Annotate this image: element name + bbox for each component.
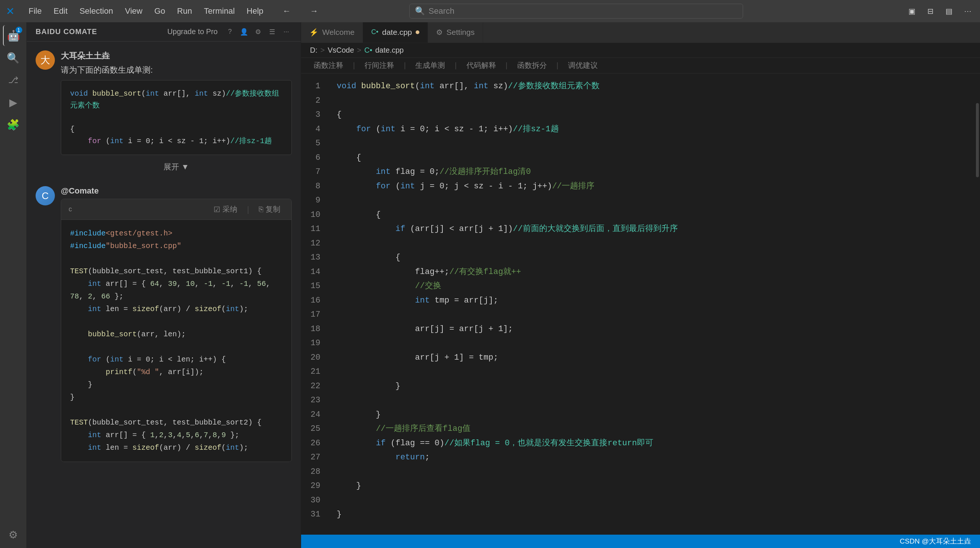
- user-prompt-text: 请为下面的函数生成单测:: [61, 65, 292, 76]
- editor-toolbar: 函数注释 | 行间注释 | 生成单测 | 代码解释 | 函数拆分 | 调优建议: [301, 58, 980, 73]
- tab-settings-label: Settings: [446, 28, 475, 37]
- generate-test-btn[interactable]: 生成单测: [412, 59, 449, 71]
- line-16: int tmp = arr[j];: [337, 294, 966, 308]
- run-activity-icon: ▶: [9, 96, 18, 109]
- expand-button[interactable]: 展开 ▼: [61, 158, 292, 176]
- function-comment-btn[interactable]: 函数注释: [310, 59, 347, 71]
- menu-selection[interactable]: Selection: [74, 5, 118, 17]
- username-label: 大耳朵土土垚: [61, 51, 292, 62]
- code-resp-line-11: printf("%d ", arr[i]);: [70, 366, 283, 378]
- line-19: [337, 336, 966, 351]
- code-resp-line-9: [70, 341, 283, 353]
- layout-icon[interactable]: ⊟: [924, 5, 937, 17]
- line-30: [337, 494, 966, 508]
- scrollbar-thumb[interactable]: [976, 103, 979, 177]
- breadcrumb-d[interactable]: D:: [310, 46, 317, 54]
- line-3: {: [337, 108, 966, 122]
- activity-run[interactable]: ▶: [3, 92, 24, 113]
- editor-scrollbar[interactable]: [975, 73, 980, 535]
- menu-terminal[interactable]: Terminal: [199, 5, 240, 17]
- menu-view[interactable]: View: [120, 5, 148, 17]
- breadcrumb-file[interactable]: date.cpp: [375, 46, 404, 54]
- list-icon[interactable]: ☰: [267, 26, 278, 37]
- line-5: [337, 137, 966, 151]
- line-numbers: 1 2 3 4 5 6 7 8 9 10 11 12 13 14 15 16 1…: [301, 73, 328, 535]
- menu-file[interactable]: File: [23, 5, 47, 17]
- line-13: {: [337, 251, 966, 265]
- comate-avatar: C: [36, 186, 55, 205]
- line-comment-btn[interactable]: 行间注释: [361, 59, 398, 71]
- activity-source-control[interactable]: ⎇: [3, 70, 24, 91]
- user-icon[interactable]: 👤: [239, 26, 250, 37]
- copy-button[interactable]: ⎘ 复制: [255, 203, 284, 216]
- comate-sidebar: BAIDU COMATE Upgrade to Pro ? 👤 ⚙ ☰ ··· …: [27, 22, 301, 548]
- tab-datecpp[interactable]: C• date.cpp: [363, 22, 428, 43]
- line-1: void bubble_sort(int arr[], int sz)//参数接…: [337, 79, 966, 94]
- line-7: int flag = 0;//没趟排序开始flag清0: [337, 165, 966, 179]
- window-controls: ▣ ⊟ ▤ ⋯: [906, 5, 974, 17]
- tab-settings[interactable]: ⚙ Settings: [428, 22, 483, 43]
- activity-search[interactable]: 🔍: [3, 48, 24, 68]
- response-code-content: #include<gtest/gtest.h> #include"bubble_…: [61, 220, 291, 462]
- tab-welcome[interactable]: ⚡ Welcome: [301, 22, 363, 43]
- more-dots-icon[interactable]: ···: [281, 26, 292, 37]
- welcome-tab-icon: ⚡: [309, 28, 318, 37]
- tab-datecpp-label: date.cpp: [382, 28, 412, 37]
- cpp-tab-icon: C•: [371, 28, 378, 36]
- activity-settings[interactable]: ⚙: [3, 524, 24, 545]
- upgrade-button[interactable]: Upgrade to Pro: [164, 26, 221, 37]
- line-22: }: [337, 379, 966, 394]
- more-icon[interactable]: ⋯: [961, 5, 974, 17]
- menu-run[interactable]: Run: [172, 5, 197, 17]
- optimize-btn[interactable]: 调优建议: [564, 59, 601, 71]
- copy-label: 复制: [266, 204, 280, 214]
- code-line-3: {: [70, 124, 283, 135]
- menu-edit[interactable]: Edit: [48, 5, 73, 17]
- line-11: if (arr[j] < arr[j + 1])//前面的大就交换到后面，直到最…: [337, 222, 966, 237]
- help-icon[interactable]: ?: [224, 26, 235, 37]
- code-resp-line-16: int arr[] = { 1,2,3,4,5,6,7,8,9 };: [70, 429, 283, 442]
- line-20: arr[j + 1] = tmp;: [337, 351, 966, 365]
- adopt-button[interactable]: ☑ 采纳: [210, 203, 241, 216]
- breadcrumb-cpp-icon: C•: [364, 46, 372, 54]
- activity-comate[interactable]: 🤖 1: [3, 25, 24, 46]
- code-line-2: [70, 111, 283, 124]
- sidebar-toggle-icon[interactable]: ▤: [943, 5, 956, 17]
- settings-activity-icon: ⚙: [8, 529, 18, 541]
- line-24: }: [337, 408, 966, 422]
- breadcrumb-vscode[interactable]: VsCode: [328, 46, 354, 54]
- user-avatar: 大: [36, 51, 55, 70]
- code-content[interactable]: void bubble_sort(int arr[], int sz)//参数接…: [328, 73, 975, 535]
- user-message: 大 大耳朵土土垚 请为下面的函数生成单测: void bubble_sort(i…: [36, 51, 292, 176]
- nav-forward[interactable]: →: [305, 5, 323, 17]
- explain-code-btn[interactable]: 代码解释: [463, 59, 500, 71]
- search-magnifier-icon: 🔍: [415, 6, 425, 16]
- code-editor: 1 2 3 4 5 6 7 8 9 10 11 12 13 14 15 16 1…: [301, 73, 980, 535]
- code-resp-line-2: #include"bubble_sort.cpp": [70, 240, 283, 253]
- activity-bar: 🤖 1 🔍 ⎇ ▶ 🧩 ⚙: [0, 22, 27, 548]
- comate-message-body: @Comate c ☑ 采纳 | ⎘: [61, 186, 292, 462]
- line-26: if (flag == 0)//如果flag = 0，也就是没有发生交换直接re…: [337, 437, 966, 451]
- code-resp-line-15: TEST(bubble_sort_test, test_bubble_sort2…: [70, 416, 283, 429]
- sidebar-header: BAIDU COMATE Upgrade to Pro ? 👤 ⚙ ☰ ···: [27, 22, 301, 41]
- search-label: Search: [429, 6, 455, 16]
- status-right: CSDN @大耳朵土土垚: [900, 537, 971, 546]
- code-resp-line-6: int len = sizeof(arr) / sizeof(int);: [70, 303, 283, 316]
- gear-icon[interactable]: ⚙: [253, 26, 264, 37]
- line-27: return;: [337, 451, 966, 465]
- settings-tab-icon: ⚙: [436, 28, 443, 37]
- activity-extensions[interactable]: 🧩: [3, 114, 24, 135]
- code-resp-line-12: }: [70, 378, 283, 391]
- search-activity-icon: 🔍: [7, 52, 20, 64]
- search-bar[interactable]: 🔍 Search: [409, 4, 743, 19]
- tab-bar: ⚡ Welcome C• date.cpp ⚙ Settings: [301, 22, 980, 43]
- nav-back[interactable]: ←: [277, 5, 296, 17]
- response-action-buttons: ☑ 采纳 | ⎘ 复制: [210, 203, 284, 216]
- menu-help[interactable]: Help: [241, 5, 269, 17]
- line-31: }: [337, 508, 966, 522]
- menu-go[interactable]: Go: [149, 5, 170, 17]
- response-code-box: c ☑ 采纳 | ⎘ 复制: [61, 199, 292, 462]
- panel-toggle-icon[interactable]: ▣: [906, 5, 918, 17]
- vscode-icon: ✕: [6, 5, 14, 17]
- function-split-btn[interactable]: 函数拆分: [514, 59, 550, 71]
